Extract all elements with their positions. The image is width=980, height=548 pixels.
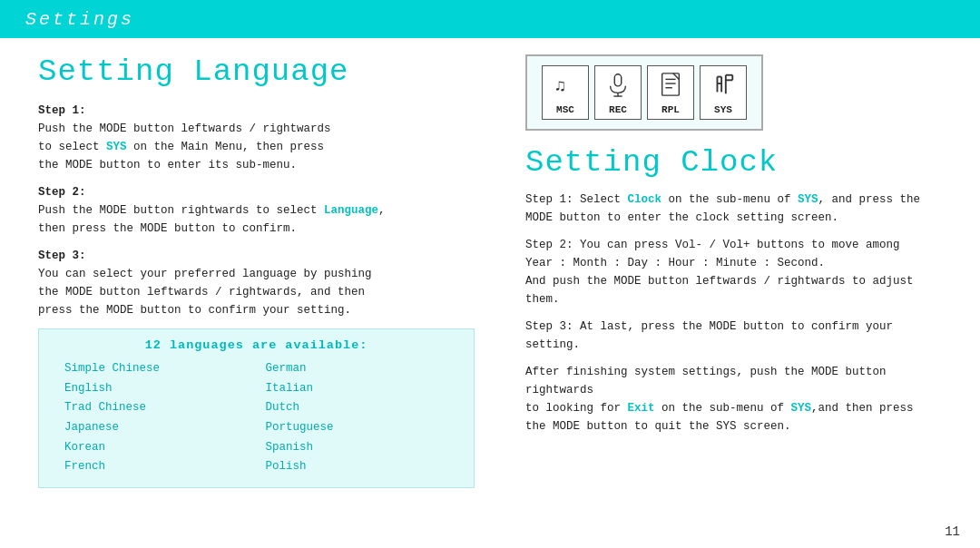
mode-icons-box: ♫ MSC REC [525,54,763,131]
step3-text: You can select your preferred language b… [38,265,475,319]
lang-portuguese: Portuguese [266,418,449,437]
lang-french: French [64,457,248,476]
step2-text: Push the MODE button rightwards to selec… [38,201,475,238]
msc-label: MSC [556,104,574,115]
lang-korean: Korean [64,438,248,457]
lang-english: English [64,379,248,398]
step3-label: Step 3: [38,247,475,265]
clock-step3: Step 3: At last, press the MODE button t… [525,318,951,354]
lang-grid: Simple Chinese German English Italian Tr… [55,359,457,476]
msc-icon-box: ♫ MSC [542,65,589,120]
lang-simple-chinese: Simple Chinese [64,359,248,378]
step2-language-highlight: Language [324,204,378,217]
exit-highlight: Exit [628,402,655,415]
clock-step2: Step 2: You can press Vol- / Vol+ button… [525,236,951,308]
sys-icon-box: SYS [700,65,747,120]
sys-label: SYS [714,104,732,115]
language-box: 12 languages are available: Simple Chine… [38,328,475,488]
msc-icon: ♫ [553,72,578,102]
lang-italian: Italian [266,379,449,398]
left-column: Setting Language Step 1: Push the MODE b… [0,38,504,548]
step3-block: Step 3: You can select your preferred la… [38,247,475,319]
sys-icon [710,72,736,102]
rec-icon [605,72,631,102]
lang-box-title: 12 languages are available: [55,338,457,352]
rec-label: REC [609,104,627,115]
rec-icon-box: REC [594,65,642,120]
step2-block: Step 2: Push the MODE button rightwards … [38,183,475,238]
lang-spanish: Spanish [266,438,449,457]
clock-step1: Step 1: Select Clock on the sub-menu of … [525,191,951,227]
right-column: ♫ MSC REC [504,38,980,548]
step2-label: Step 2: [38,183,475,201]
lang-japanese: Japanese [64,418,248,437]
step1-text: Push the MODE button leftwards / rightwa… [38,120,475,174]
rpl-icon-box: RPL [647,65,694,120]
page-number: 11 [945,524,960,539]
lang-dutch: Dutch [266,398,449,417]
lang-german: German [266,359,449,378]
clock-highlight: Clock [628,193,662,206]
setting-clock-title: Setting Clock [525,145,951,180]
sys-highlight-2: SYS [791,402,812,415]
svg-text:♫: ♫ [555,76,565,96]
rpl-label: RPL [662,104,680,115]
banner-title: Settings [25,9,134,30]
top-banner: Settings [0,0,980,38]
clock-step4: After finishing system settings, push th… [525,363,951,435]
setting-language-title: Setting Language [38,54,475,89]
step1-block: Step 1: Push the MODE button leftwards /… [38,102,475,174]
step1-sys-highlight: SYS [106,141,127,153]
lang-trad-chinese: Trad Chinese [64,398,248,417]
sys-highlight-1: SYS [798,193,818,206]
step1-label: Step 1: [38,102,475,120]
main-content: Setting Language Step 1: Push the MODE b… [0,38,980,548]
rpl-icon [658,72,683,102]
svg-rect-1 [614,74,621,86]
lang-polish: Polish [266,457,449,476]
